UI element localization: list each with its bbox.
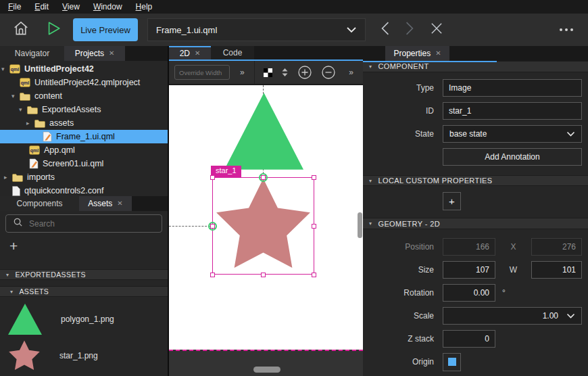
type-field[interactable] (443, 79, 582, 97)
zoom-level-stepper[interactable] (281, 68, 289, 77)
expand-arrow-icon[interactable]: ▾ (1, 66, 9, 72)
add-custom-property-button[interactable]: + (443, 192, 461, 210)
selection-rectangle[interactable] (212, 177, 314, 275)
resize-handle-bottom-center[interactable] (261, 273, 266, 277)
collapse-triangle-icon[interactable]: ▾ (369, 178, 372, 184)
section-exportedassets[interactable]: ▾ EXPORTEDASSETS (0, 269, 168, 280)
add-annotation-button[interactable]: Add Annotation (443, 148, 582, 166)
canvas-horizontal-scrollbar[interactable] (253, 367, 280, 373)
polygon-item[interactable] (224, 93, 303, 170)
state-dropdown[interactable]: base state (443, 125, 582, 143)
tab-projects[interactable]: Projects ✕ (64, 46, 125, 61)
menu-item-window[interactable]: Window (87, 1, 129, 13)
resize-handle-top-left[interactable] (210, 175, 215, 180)
rotation-unit-label: ° (502, 288, 506, 298)
section-component[interactable]: ▾ COMPONENT (363, 61, 588, 72)
section-assets[interactable]: ▾ ASSETS (0, 286, 168, 297)
collapse-triangle-icon[interactable]: ▾ (369, 64, 372, 70)
tree-item-exportedassets[interactable]: ▾ ExportedAssets (0, 103, 168, 116)
collapse-triangle-icon[interactable]: ▾ (369, 220, 372, 227)
resize-handle-bottom-left[interactable] (210, 273, 215, 277)
menu-item-file[interactable]: File (1, 1, 28, 13)
main-area: Navigator Projects ✕ ▾ qml UntitledProje… (0, 46, 588, 376)
resize-handle-bottom-right[interactable] (312, 273, 316, 277)
tree-item-assets[interactable]: ▸ assets (0, 116, 168, 130)
tree-item-qmlproject[interactable]: qml UntitledProject42.qmlproject (0, 76, 168, 89)
more-options-button[interactable] (560, 28, 573, 31)
collapsed-arrow-icon[interactable]: ▸ (4, 174, 12, 181)
file-icon (12, 186, 20, 196)
tree-item-imports[interactable]: ▸ imports (0, 170, 168, 184)
search-icon (13, 217, 23, 230)
tree-item-content[interactable]: ▾ content (0, 89, 168, 103)
id-field[interactable] (443, 102, 582, 120)
tab-code[interactable]: Code (211, 46, 254, 60)
tree-item-conf[interactable]: qtquickcontrols2.conf (0, 184, 168, 196)
home-button[interactable] (9, 18, 32, 41)
properties-tabbar: Properties ✕ (363, 46, 588, 61)
zoom-out-button[interactable] (321, 65, 336, 80)
resize-handle-mid-left[interactable] (210, 224, 215, 229)
position-label: Position (363, 242, 443, 252)
position-x-axis-label: X (495, 242, 531, 252)
close-tab-icon[interactable]: ✕ (435, 50, 441, 57)
rotation-field[interactable] (443, 284, 495, 302)
close-tab-icon[interactable]: ✕ (117, 200, 122, 207)
expand-arrow-icon[interactable]: ▾ (19, 106, 27, 113)
forward-button[interactable] (405, 21, 414, 39)
collapse-triangle-icon[interactable]: ▾ (6, 272, 9, 278)
close-document-button[interactable] (429, 21, 444, 39)
type-label: Type (363, 83, 443, 93)
tree-item-project-root[interactable]: ▾ qml UntitledProject42 (0, 62, 168, 76)
search-input[interactable] (29, 219, 155, 229)
resize-handle-mid-right[interactable] (312, 224, 316, 229)
scale-dropdown[interactable]: 1.00 (443, 307, 582, 325)
overflow-chevron-icon[interactable]: » (240, 68, 245, 77)
tab-2d[interactable]: 2D ✕ (169, 46, 211, 60)
zoom-in-button[interactable] (297, 65, 312, 80)
open-file-dropdown[interactable]: Frame_1.ui.qml (147, 18, 366, 41)
tab-assets[interactable]: Assets ✕ (79, 196, 132, 211)
section-local-custom-properties[interactable]: ▾ LOCAL CUSTOM PROPERTIES (363, 175, 588, 187)
form-editor-canvas[interactable]: star_1 (169, 85, 363, 350)
tab-components[interactable]: Components (0, 196, 79, 211)
size-width-field[interactable] (443, 261, 495, 279)
tree-item-screen01[interactable]: Screen01.ui.qml (0, 157, 168, 170)
collapsed-arrow-icon[interactable]: ▸ (26, 120, 34, 126)
selection-id-label: star_1 (211, 166, 241, 177)
play-icon (44, 19, 63, 41)
origin-button[interactable] (443, 353, 461, 371)
add-asset-button[interactable]: + (9, 238, 24, 254)
menu-item-edit[interactable]: Edit (28, 1, 55, 13)
tree-item-frame1-selected[interactable]: Frame_1.ui.qml (0, 130, 168, 143)
rotation-label: Rotation (363, 288, 443, 298)
folder-icon (34, 119, 45, 128)
resize-handle-top-center[interactable] (261, 175, 266, 180)
close-tab-icon[interactable]: ✕ (195, 50, 200, 57)
expand-arrow-icon[interactable]: ▾ (11, 93, 20, 99)
live-preview-button[interactable]: Live Preview (73, 18, 138, 41)
run-project-button[interactable] (42, 18, 65, 41)
menu-item-help[interactable]: Help (129, 1, 160, 13)
tab-navigator[interactable]: Navigator (0, 46, 64, 61)
canvas-bottom-strip (169, 350, 363, 376)
background-checker-button[interactable] (264, 68, 272, 77)
zstack-field[interactable] (443, 330, 495, 348)
resize-handle-top-right[interactable] (312, 175, 316, 180)
asset-search-box[interactable] (5, 214, 162, 233)
override-width-input[interactable] (174, 65, 230, 80)
open-file-name: Frame_1.ui.qml (156, 25, 217, 35)
close-tab-icon[interactable]: ✕ (109, 50, 114, 57)
back-button[interactable] (381, 21, 390, 39)
overflow-chevron-icon[interactable]: » (349, 68, 353, 77)
tab-properties[interactable]: Properties ✕ (385, 46, 449, 61)
section-geometry-2d[interactable]: ▾ GEOMETRY - 2D (363, 218, 588, 229)
asset-item-star[interactable]: star_1.png (0, 337, 168, 374)
menu-item-view[interactable]: View (55, 1, 87, 13)
collapse-triangle-icon[interactable]: ▾ (10, 289, 13, 295)
canvas-vertical-scrollbar[interactable] (358, 212, 362, 238)
left-top-tabbar: Navigator Projects ✕ (0, 46, 168, 61)
size-height-field[interactable] (531, 261, 582, 279)
tree-item-appqml[interactable]: qml App.qml (0, 143, 168, 157)
asset-item-polygon[interactable]: polygon_1.png (0, 301, 168, 337)
